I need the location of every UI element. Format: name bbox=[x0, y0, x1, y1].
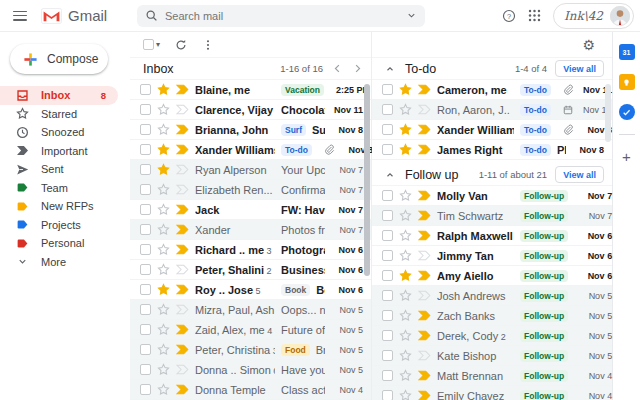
email-checkbox[interactable] bbox=[382, 250, 393, 261]
importance-marker-icon[interactable] bbox=[176, 244, 189, 255]
email-row[interactable]: Kate BishopFollow-upBest...Nov 5 bbox=[372, 346, 612, 366]
email-row[interactable]: Zach BanksFollow-upAgend...Nov 5 bbox=[372, 306, 612, 326]
email-checkbox[interactable] bbox=[382, 330, 393, 341]
importance-marker-icon[interactable] bbox=[418, 84, 431, 95]
email-label-chip[interactable]: Follow-up bbox=[520, 370, 568, 382]
star-filled-icon[interactable] bbox=[399, 83, 412, 96]
sidebar-item-more[interactable]: More bbox=[0, 253, 118, 272]
email-checkbox[interactable] bbox=[382, 390, 393, 400]
email-label-chip[interactable]: Follow-up bbox=[520, 350, 568, 362]
email-checkbox[interactable] bbox=[382, 350, 393, 361]
user-avatar[interactable] bbox=[610, 6, 630, 26]
importance-marker-icon[interactable] bbox=[418, 350, 431, 361]
importance-marker-icon[interactable] bbox=[176, 324, 189, 335]
email-label-chip[interactable]: To-do bbox=[281, 144, 312, 156]
importance-marker-icon[interactable] bbox=[418, 230, 431, 241]
email-checkbox[interactable] bbox=[140, 124, 151, 135]
importance-marker-icon[interactable] bbox=[418, 310, 431, 321]
email-label-chip[interactable]: Follow-up bbox=[520, 250, 568, 262]
importance-marker-icon[interactable] bbox=[176, 124, 189, 135]
email-label-chip[interactable]: Follow-up bbox=[520, 190, 568, 202]
email-row[interactable]: Emily ChavezFollow-upSocce...Nov 4 bbox=[372, 386, 612, 400]
star-outline-icon[interactable] bbox=[399, 389, 412, 400]
star-outline-icon[interactable] bbox=[399, 189, 412, 202]
sidebar-item-snoozed[interactable]: Snoozed bbox=[0, 123, 118, 142]
email-row[interactable]: Elizabeth Ren...Confirmation for...Nov 7 bbox=[130, 180, 371, 200]
importance-marker-icon[interactable] bbox=[176, 344, 189, 355]
email-row[interactable]: Ron, Aaron, J..To-doLate...Nov 11 bbox=[372, 100, 612, 120]
email-checkbox[interactable] bbox=[382, 310, 393, 321]
star-outline-icon[interactable] bbox=[157, 303, 170, 316]
compose-button[interactable]: Compose bbox=[10, 44, 108, 74]
email-label-chip[interactable]: Follow-up bbox=[520, 330, 568, 342]
importance-marker-icon[interactable] bbox=[418, 390, 431, 400]
email-checkbox[interactable] bbox=[382, 124, 393, 135]
email-row[interactable]: Richard .. me 3Photography clas..Nov 6 bbox=[130, 240, 371, 260]
star-filled-icon[interactable] bbox=[157, 143, 170, 156]
sidebar-item-inbox[interactable]: Inbox8 bbox=[0, 86, 118, 105]
email-checkbox[interactable] bbox=[140, 184, 151, 195]
refresh-icon[interactable] bbox=[175, 39, 187, 51]
todo-view-all-button[interactable]: View all bbox=[555, 60, 604, 77]
star-filled-icon[interactable] bbox=[157, 83, 170, 96]
email-checkbox[interactable] bbox=[382, 144, 393, 155]
email-checkbox[interactable] bbox=[140, 284, 151, 295]
followup-view-all-button[interactable]: View all bbox=[555, 166, 604, 183]
star-outline-icon[interactable] bbox=[399, 289, 412, 302]
email-label-chip[interactable]: Follow-up bbox=[520, 390, 568, 400]
email-label-chip[interactable]: To-do bbox=[520, 84, 551, 96]
importance-marker-icon[interactable] bbox=[418, 290, 431, 301]
email-row[interactable]: Clarence, Vijay 13Chocolate Factor...Nov… bbox=[130, 100, 371, 120]
email-row[interactable]: Blaine, meVacationGreece...2:25 PM bbox=[130, 80, 371, 100]
email-checkbox[interactable] bbox=[140, 364, 151, 375]
email-checkbox[interactable] bbox=[140, 144, 151, 155]
email-row[interactable]: Xander WilliamsTo-doNeed...Nov 8 bbox=[372, 120, 612, 140]
help-icon[interactable]: ? bbox=[502, 9, 516, 23]
keep-icon[interactable] bbox=[619, 74, 635, 90]
email-checkbox[interactable] bbox=[382, 230, 393, 241]
add-addon-icon[interactable]: + bbox=[622, 149, 631, 164]
importance-marker-icon[interactable] bbox=[176, 284, 189, 295]
apps-grid-icon[interactable] bbox=[528, 9, 541, 22]
importance-marker-icon[interactable] bbox=[176, 224, 189, 235]
email-row[interactable]: Matt BrennanFollow-upWelco...Nov 4 bbox=[372, 366, 612, 386]
todo-collapse-icon[interactable] bbox=[385, 64, 395, 74]
more-options-icon[interactable] bbox=[202, 39, 214, 51]
email-row[interactable]: Mizra, Paul, Ash..Oops... need to re...N… bbox=[130, 300, 371, 320]
email-checkbox[interactable] bbox=[382, 370, 393, 381]
followup-collapse-icon[interactable] bbox=[385, 170, 395, 180]
email-checkbox[interactable] bbox=[382, 84, 393, 95]
email-checkbox[interactable] bbox=[140, 304, 151, 315]
importance-marker-icon[interactable] bbox=[418, 370, 431, 381]
star-outline-icon[interactable] bbox=[157, 263, 170, 276]
gmail-logo[interactable]: Gmail bbox=[41, 7, 129, 24]
tasks-icon[interactable] bbox=[619, 104, 635, 120]
older-page-icon[interactable] bbox=[352, 63, 363, 74]
importance-marker-icon[interactable] bbox=[176, 304, 189, 315]
email-checkbox[interactable] bbox=[382, 270, 393, 281]
email-checkbox[interactable] bbox=[140, 264, 151, 275]
star-filled-icon[interactable] bbox=[157, 163, 170, 176]
email-checkbox[interactable] bbox=[140, 84, 151, 95]
sidebar-item-projects[interactable]: Projects bbox=[0, 216, 118, 235]
importance-marker-icon[interactable] bbox=[418, 124, 431, 135]
importance-marker-icon[interactable] bbox=[176, 184, 189, 195]
email-label-chip[interactable]: Follow-up bbox=[520, 310, 568, 322]
email-checkbox[interactable] bbox=[382, 290, 393, 301]
email-row[interactable]: JackFW: Have you ev..Nov 7 bbox=[130, 200, 371, 220]
email-row[interactable]: Donna .. Simon 6Have you seen th...Nov 5 bbox=[130, 360, 371, 380]
star-outline-icon[interactable] bbox=[399, 329, 412, 342]
email-label-chip[interactable]: Vacation bbox=[281, 84, 324, 96]
email-label-chip[interactable]: To-do bbox=[520, 124, 551, 136]
select-all-checkbox[interactable] bbox=[143, 39, 154, 50]
importance-marker-icon[interactable] bbox=[176, 264, 189, 275]
email-checkbox[interactable] bbox=[140, 384, 151, 395]
email-row[interactable]: Josh AndrewsFollow-upSki se...Nov 5 bbox=[372, 286, 612, 306]
star-outline-icon[interactable] bbox=[399, 349, 412, 362]
email-row[interactable]: Jimmy TanFollow-upLunch...Nov 6 bbox=[372, 246, 612, 266]
email-label-chip[interactable]: Follow-up bbox=[520, 270, 568, 282]
settings-gear-icon[interactable]: ⚙ bbox=[582, 38, 595, 52]
email-checkbox[interactable] bbox=[140, 164, 151, 175]
email-row[interactable]: Zaid, Alex, me 4Future of Inbox -...Nov … bbox=[130, 320, 371, 340]
email-label-chip[interactable]: Food bbox=[281, 344, 310, 356]
